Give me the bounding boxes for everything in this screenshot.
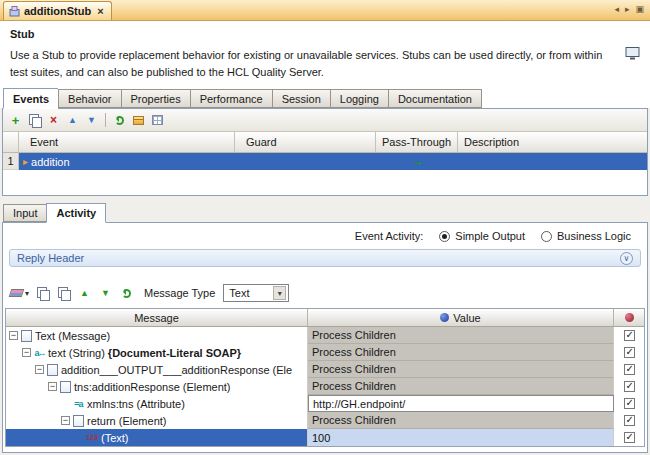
message-type-select[interactable]: Text ▾ <box>223 284 289 302</box>
radio-business-logic[interactable]: Business Logic <box>541 230 631 242</box>
eraser-dropdown-button[interactable]: ▾ <box>9 285 30 302</box>
tree-row[interactable]: return (Element) Process Children <box>6 412 644 429</box>
expander-icon[interactable] <box>22 348 31 357</box>
scroll-left-icon[interactable]: ◂ <box>614 4 619 14</box>
copy-message-button[interactable] <box>34 285 51 302</box>
enabled-checkbox[interactable] <box>624 364 635 375</box>
close-tab-icon[interactable]: × <box>97 5 103 17</box>
node-label-suffix: {Document-Literal SOAP} <box>108 347 241 359</box>
eraser-icon <box>9 289 25 297</box>
tab-properties[interactable]: Properties <box>121 89 190 108</box>
stub-header: Stub Use a Stub to provide replacement b… <box>0 21 650 87</box>
tab-input[interactable]: Input <box>3 204 46 222</box>
combo-arrow-icon: ▾ <box>273 286 286 300</box>
value-cell[interactable]: 100 <box>308 429 614 446</box>
value-cell[interactable]: Process Children <box>308 378 614 395</box>
value-cell[interactable]: Process Children <box>308 361 614 378</box>
enabled-checkbox[interactable] <box>624 381 635 392</box>
row-number-gutter <box>3 132 19 152</box>
element-icon <box>60 381 71 393</box>
move-up-button[interactable]: ▲ <box>64 112 81 129</box>
guard-cell[interactable] <box>235 153 376 170</box>
value-cell[interactable]: http://GH.endpoint/ <box>308 395 614 412</box>
editor-tab[interactable]: additionStub × <box>3 1 112 20</box>
value-cell[interactable]: Process Children <box>308 327 614 344</box>
leaf-spacer <box>74 433 83 442</box>
refresh-icon <box>122 289 131 298</box>
tree-row[interactable]: tns:additionResponse (Element) Process C… <box>6 378 644 395</box>
radio-simple-output[interactable]: Simple Output <box>439 230 525 242</box>
events-table-header: Event Guard Pass-Through Description <box>3 132 647 153</box>
expander-icon[interactable] <box>48 382 57 391</box>
simple-output-label: Simple Output <box>455 230 525 242</box>
paste-icon <box>58 287 70 300</box>
message-type-label: Message Type <box>144 287 215 299</box>
node-label: xmlns:tns (Attribute) <box>87 398 185 410</box>
enabled-checkbox[interactable] <box>624 432 635 443</box>
expander-icon[interactable] <box>61 416 70 425</box>
node-label: Text (Message) <box>35 330 110 342</box>
msg-refresh-button[interactable] <box>118 285 135 302</box>
tree-row[interactable]: addition___OUTPUT___additionResponse (El… <box>6 361 644 378</box>
event-row[interactable]: 1 ▸ addition → <box>3 153 647 170</box>
arrow-down-icon: ▼ <box>101 288 110 298</box>
tab-list-icon[interactable]: ▣ <box>635 4 644 14</box>
message-toolbar: ▾ ▲ ▼ Message Type Text ▾ <box>3 280 647 306</box>
stub-description: Use a Stub to provide replacement behavi… <box>10 47 605 80</box>
tree-row-selected[interactable]: (Text) 100 <box>6 429 644 446</box>
msg-move-up-button[interactable]: ▲ <box>76 285 93 302</box>
tree-row[interactable]: xmlns:tns (Attribute) http://GH.endpoint… <box>6 395 644 412</box>
expander-icon[interactable] <box>9 331 18 340</box>
number-icon <box>86 434 98 441</box>
add-event-button[interactable]: + <box>7 112 24 129</box>
paste-message-button[interactable] <box>55 285 72 302</box>
delete-event-button[interactable]: × <box>45 112 62 129</box>
enabled-checkbox[interactable] <box>624 330 635 341</box>
tree-row[interactable]: text (String) {Document-Literal SOAP} Pr… <box>6 344 644 361</box>
tab-behavior[interactable]: Behavior <box>58 89 120 108</box>
scroll-right-icon[interactable]: ▸ <box>625 4 630 14</box>
pass-through-cell[interactable]: → <box>376 153 458 170</box>
refresh-button[interactable] <box>111 112 128 129</box>
expander-icon[interactable] <box>35 365 44 374</box>
move-down-button[interactable]: ▼ <box>83 112 100 129</box>
event-activity-row: Event Activity: Simple Output Business L… <box>3 223 647 249</box>
tab-session[interactable]: Session <box>272 89 330 108</box>
tab-activity[interactable]: Activity <box>46 203 106 223</box>
value-cell[interactable]: Process Children <box>308 412 614 429</box>
package-button[interactable] <box>130 112 147 129</box>
col-guard: Guard <box>235 132 376 152</box>
enabled-checkbox[interactable] <box>624 398 635 409</box>
value-column-icon <box>440 313 449 322</box>
enabled-checkbox[interactable] <box>624 415 635 426</box>
arrow-down-icon: ▼ <box>87 115 96 125</box>
events-panel: + × ▲ ▼ Event Guard Pass-Through Descrip… <box>2 108 648 196</box>
description-cell[interactable] <box>458 153 647 170</box>
tab-events[interactable]: Events <box>3 88 58 109</box>
element-icon <box>73 415 84 427</box>
event-arrow-icon: ▸ <box>23 156 28 167</box>
tab-documentation[interactable]: Documentation <box>388 89 482 108</box>
msg-move-down-button[interactable]: ▼ <box>97 285 114 302</box>
tab-logging[interactable]: Logging <box>330 89 388 108</box>
enabled-checkbox[interactable] <box>624 347 635 358</box>
row-number: 1 <box>3 153 19 170</box>
tree-row[interactable]: Text (Message) Process Children <box>6 327 644 344</box>
grid-button[interactable] <box>149 112 166 129</box>
tab-performance[interactable]: Performance <box>190 89 272 108</box>
node-label: (Text) <box>101 432 129 444</box>
reply-header-title: Reply Header <box>17 252 84 264</box>
activity-panel: Event Activity: Simple Output Business L… <box>2 222 648 453</box>
paste-button[interactable] <box>26 112 43 129</box>
pass-through-icon: → <box>411 157 424 167</box>
package-icon <box>133 116 144 125</box>
reply-header-section[interactable]: Reply Header ∨ <box>9 249 641 267</box>
refresh-icon <box>115 116 124 125</box>
arrow-up-icon: ▲ <box>68 115 77 125</box>
event-cell[interactable]: ▸ addition <box>19 153 235 170</box>
node-label: return (Element) <box>87 415 166 427</box>
tree-header: Message Value <box>6 309 644 327</box>
chevron-down-icon[interactable]: ∨ <box>620 252 633 265</box>
event-name: addition <box>31 156 70 168</box>
value-cell[interactable]: Process Children <box>308 344 614 361</box>
